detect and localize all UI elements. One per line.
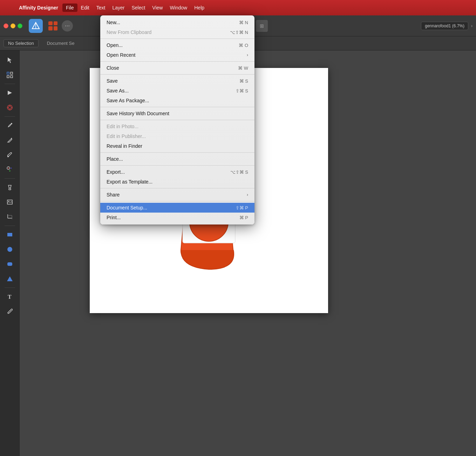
separator-7	[100, 165, 254, 166]
separator-5	[100, 120, 254, 120]
menu-item-export-shortcut: ⌥⇧⌘ S	[230, 170, 248, 175]
document-setup-tab[interactable]: Document Se	[42, 40, 80, 47]
svg-marker-7	[8, 91, 12, 95]
svg-point-25	[8, 201, 9, 202]
app-icon	[29, 19, 43, 33]
svg-point-36	[8, 313, 9, 314]
menu-item-print-shortcut: ⌘ P	[239, 215, 248, 220]
app-name[interactable]: Affinity Designer	[15, 4, 62, 12]
minimize-button[interactable]	[11, 23, 15, 28]
tool-brush[interactable]	[3, 148, 17, 162]
tool-crop[interactable]	[3, 210, 17, 224]
separator-4	[100, 107, 254, 107]
search-icon: ⋯	[65, 23, 70, 29]
svg-rect-4	[11, 72, 13, 74]
tool-arrow[interactable]	[3, 86, 17, 100]
menu-item-place-label: Place...	[107, 156, 123, 162]
menu-item-new-clipboard-label: New From Clipboard	[107, 29, 151, 35]
svg-point-14	[11, 123, 12, 124]
zoom-arrow-icon: ›	[471, 23, 472, 28]
tool-glass[interactable]	[3, 180, 17, 194]
apple-menu[interactable]	[3, 0, 14, 15]
menu-item-export-template[interactable]: Export as Template...	[100, 177, 254, 187]
menubar-layer[interactable]: Layer	[109, 4, 128, 12]
svg-point-18	[8, 168, 9, 169]
menu-item-document-setup-shortcut: ⇧⌘ P	[236, 205, 248, 210]
menubar-file[interactable]: File	[62, 4, 77, 12]
menu-item-share-label: Share	[107, 192, 120, 198]
tool-pencil[interactable]	[3, 133, 17, 147]
menu-item-save[interactable]: Save ⌘ S	[100, 76, 254, 86]
svg-rect-6	[11, 76, 13, 78]
menu-item-print[interactable]: Print... ⌘ P	[100, 213, 254, 222]
svg-point-20	[9, 171, 10, 172]
zoom-display[interactable]: gennarofood1 (6.7%)	[421, 22, 468, 30]
menu-item-close[interactable]: Close ⌘ W	[100, 63, 254, 73]
menu-item-new-clipboard[interactable]: New From Clipboard ⌥⇧⌘ N	[100, 27, 254, 37]
file-dropdown-menu: New... ⌘ N New From Clipboard ⌥⇧⌘ N Open…	[100, 15, 254, 224]
tool-text[interactable]: T	[3, 290, 17, 304]
menu-item-open-shortcut: ⌘ O	[239, 43, 248, 48]
menu-item-open-recent[interactable]: Open Recent ›	[100, 50, 254, 60]
tool-node[interactable]	[3, 68, 17, 82]
menu-item-reveal-finder[interactable]: Reveal in Finder	[100, 141, 254, 151]
menubar-select[interactable]: Select	[128, 4, 149, 12]
svg-rect-30	[7, 233, 12, 236]
menu-item-new[interactable]: New... ⌘ N	[100, 18, 254, 27]
menu-item-open-recent-arrow: ›	[247, 53, 248, 57]
tool-color-picker[interactable]	[3, 163, 17, 177]
menu-item-close-label: Close	[107, 65, 119, 71]
menu-item-print-label: Print...	[107, 215, 121, 220]
menubar-edit[interactable]: Edit	[77, 4, 93, 12]
menu-item-open[interactable]: Open... ⌘ O	[100, 40, 254, 50]
toolbar-icon-grid[interactable]: ⊞	[256, 20, 268, 32]
menubar-view[interactable]: View	[149, 4, 166, 12]
menubar-text[interactable]: Text	[93, 4, 109, 12]
menu-item-edit-photo-label: Edit in Photo...	[107, 124, 138, 129]
tool-eyedropper[interactable]	[3, 304, 17, 318]
svg-point-8	[7, 105, 12, 110]
menu-item-save-history[interactable]: Save History With Document	[100, 109, 254, 118]
menu-item-share-arrow: ›	[247, 192, 248, 197]
menu-item-save-package[interactable]: Save As Package...	[100, 96, 254, 105]
menu-item-edit-publisher[interactable]: Edit in Publisher...	[100, 131, 254, 141]
menu-item-edit-photo[interactable]: Edit in Photo...	[100, 122, 254, 131]
menu-item-export[interactable]: Export... ⌥⇧⌘ S	[100, 167, 254, 177]
svg-rect-5	[7, 76, 9, 78]
menubar: Affinity Designer File Edit Text Layer S…	[0, 0, 476, 15]
menu-item-export-label: Export...	[107, 169, 125, 175]
menubar-help[interactable]: Help	[191, 4, 208, 12]
menu-item-place[interactable]: Place...	[100, 154, 254, 164]
menu-item-save-shortcut: ⌘ S	[239, 78, 248, 84]
tool-rounded-rect[interactable]	[3, 257, 17, 271]
svg-rect-3	[7, 72, 9, 74]
separator-8	[100, 188, 254, 188]
svg-point-16	[7, 156, 9, 157]
tool-rectangle[interactable]	[3, 228, 17, 242]
tool-target[interactable]	[3, 101, 17, 115]
svg-line-15	[11, 138, 12, 139]
menu-item-reveal-finder-label: Reveal in Finder	[107, 143, 142, 149]
svg-point-9	[8, 106, 11, 109]
menu-item-document-setup[interactable]: Document Setup... ⇧⌘ P	[100, 203, 254, 213]
menu-item-save-history-label: Save History With Document	[107, 111, 169, 116]
menu-item-export-template-label: Export as Template...	[107, 179, 152, 185]
menu-item-open-recent-label: Open Recent	[107, 52, 136, 58]
maximize-button[interactable]	[18, 23, 22, 28]
svg-rect-32	[7, 262, 12, 266]
tool-pointer[interactable]	[3, 53, 17, 67]
menu-item-share[interactable]: Share ›	[100, 190, 254, 200]
menu-item-save-package-label: Save As Package...	[107, 98, 149, 103]
tool-ellipse[interactable]	[3, 242, 17, 256]
menu-item-new-clipboard-shortcut: ⌥⇧⌘ N	[230, 30, 248, 35]
tool-image[interactable]	[3, 195, 17, 209]
grid-icon[interactable]	[47, 20, 59, 32]
close-button[interactable]	[4, 23, 8, 28]
menubar-window[interactable]: Window	[166, 4, 191, 12]
tool-pen[interactable]	[3, 118, 17, 132]
menu-item-save-as[interactable]: Save As... ⇧⌘ S	[100, 86, 254, 96]
svg-point-31	[7, 247, 12, 252]
menu-item-save-as-shortcut: ⇧⌘ S	[236, 88, 248, 94]
tool-triangle[interactable]	[3, 272, 17, 286]
toolbar-search[interactable]: ⋯	[62, 20, 73, 32]
